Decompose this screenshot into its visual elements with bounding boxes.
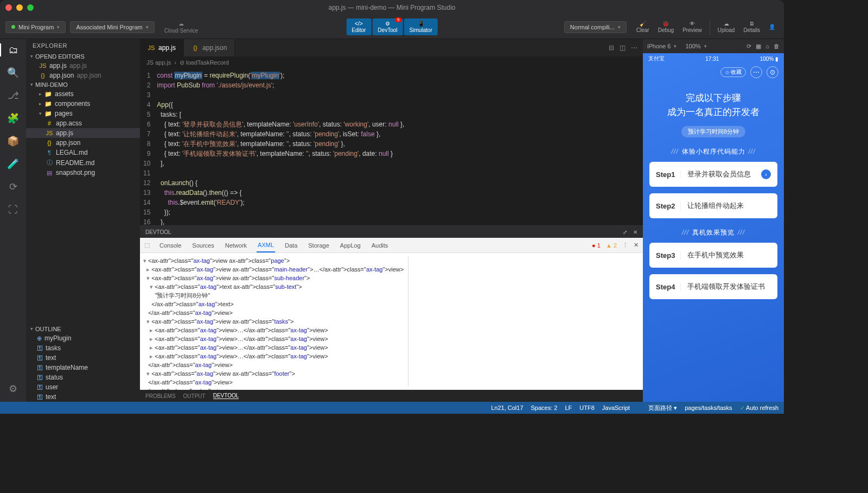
cloud-service-button[interactable]: ☁ Cloud Service bbox=[164, 21, 198, 34]
error-count[interactable]: ● 1 bbox=[592, 242, 601, 249]
open-editors-section[interactable]: OPEND EDITORS bbox=[26, 52, 140, 61]
outline-item[interactable]: ⚿text bbox=[26, 392, 140, 402]
file-item[interactable]: {}app.json bbox=[26, 138, 140, 148]
code-editor[interactable]: 123456789101112131415161718192021222324 … bbox=[140, 68, 643, 225]
bottom-tab-output[interactable]: OUTPUT bbox=[183, 393, 206, 399]
open-file-item[interactable]: {}app.json app.json bbox=[26, 71, 140, 80]
devtool-button[interactable]: ⚙ 5 DevTool bbox=[372, 18, 403, 35]
arrow-right-icon: › bbox=[761, 169, 771, 179]
editor-button[interactable]: </> Editor bbox=[346, 18, 371, 35]
split-icon[interactable]: ◫ bbox=[620, 44, 626, 52]
details-button[interactable]: 🗎Details bbox=[740, 20, 763, 34]
trash-icon[interactable]: 🗑 bbox=[774, 43, 780, 50]
file-item[interactable]: ¶LEGAL.md bbox=[26, 148, 140, 157]
auto-refresh-toggle[interactable]: ✓ Auto refresh bbox=[740, 404, 778, 412]
scan-activity[interactable]: ⛶ bbox=[7, 203, 20, 216]
favorite-button[interactable]: ☆收藏 bbox=[720, 67, 746, 77]
home-icon[interactable]: ⌂ bbox=[765, 43, 769, 50]
devtool-tab-storage[interactable]: Storage bbox=[307, 239, 330, 252]
step-card[interactable]: Step4手机端领取开发体验证书 bbox=[649, 274, 777, 299]
device-selector[interactable]: iPhone 6 ▾ 100% ▾ bbox=[647, 43, 707, 49]
step-card[interactable]: Step2让轮播组件动起来 bbox=[649, 193, 777, 218]
maximize-window[interactable] bbox=[27, 4, 34, 11]
explorer-activity[interactable]: 🗂 bbox=[0, 43, 26, 56]
npm-activity[interactable]: 📦 bbox=[7, 135, 20, 148]
file-item[interactable]: #app.acss bbox=[26, 118, 140, 128]
devtool-tab-axml[interactable]: AXML bbox=[257, 238, 275, 252]
more-button[interactable]: ⋯ bbox=[750, 66, 762, 78]
outline-item[interactable]: ⊕myPlugin bbox=[26, 333, 140, 343]
editor-tab[interactable]: JSapp.js bbox=[140, 39, 184, 56]
grid-icon[interactable]: ▦ bbox=[756, 43, 761, 50]
minimize-window[interactable] bbox=[16, 4, 23, 11]
devtool-tab-network[interactable]: Network bbox=[224, 239, 248, 252]
close-window[interactable] bbox=[5, 4, 12, 11]
folder-item[interactable]: ▸📁components bbox=[26, 99, 140, 109]
route-path[interactable]: pages/tasks/tasks bbox=[685, 404, 732, 411]
indent-info[interactable]: Spaces: 2 bbox=[531, 404, 558, 411]
outline-item[interactable]: ⚿tasks bbox=[26, 343, 140, 353]
title-line1: 完成以下步骤 bbox=[643, 91, 784, 105]
devtool-tab-sources[interactable]: Sources bbox=[191, 239, 215, 252]
encoding-info[interactable]: UTF8 bbox=[579, 404, 595, 411]
folder-item[interactable]: ▾📁pages bbox=[26, 109, 140, 118]
devtool-tab-data[interactable]: Data bbox=[284, 239, 298, 252]
warning-count[interactable]: ▲ 2 bbox=[606, 242, 617, 249]
eol-info[interactable]: LF bbox=[565, 404, 572, 411]
devtool-close-icon[interactable]: ✕ bbox=[634, 242, 639, 249]
axml-tree[interactable]: ▾ <ax-attr">class="ax-tag">view ax-attr"… bbox=[143, 256, 409, 387]
outline-item[interactable]: ⚿status bbox=[26, 372, 140, 382]
user-icon: 👤 bbox=[769, 24, 775, 30]
outline-item[interactable]: ⚿text bbox=[26, 353, 140, 363]
close-icon[interactable]: ✕ bbox=[633, 229, 637, 235]
outline-section[interactable]: OUTLINE bbox=[26, 325, 140, 333]
minimap[interactable] bbox=[621, 68, 643, 225]
step-card[interactable]: Step1登录并获取会员信息› bbox=[649, 162, 777, 187]
language-info[interactable]: JavaScript bbox=[602, 404, 630, 411]
folder-item[interactable]: ▸📁assets bbox=[26, 89, 140, 99]
debug-button[interactable]: 🐞Debug bbox=[655, 20, 677, 34]
settings-activity[interactable]: ⚙ bbox=[7, 382, 20, 395]
refresh-icon[interactable]: ⟳ bbox=[746, 43, 751, 50]
inspect-icon[interactable]: ⬚ bbox=[144, 242, 150, 249]
devtool-tab-audits[interactable]: Audits bbox=[371, 239, 390, 252]
test-activity[interactable]: 🧪 bbox=[7, 157, 20, 170]
devtool-tab-applog[interactable]: AppLog bbox=[339, 239, 362, 252]
close-button[interactable]: ⊙ bbox=[767, 66, 778, 78]
phone-title: 完成以下步骤 成为一名真正的开发者 bbox=[643, 91, 784, 119]
compile-mode-dropdown[interactable]: Normal compili... ▾ bbox=[564, 21, 627, 33]
clear-button[interactable]: 🧹Clear bbox=[633, 20, 653, 34]
step-card[interactable]: Step3在手机中预览效果 bbox=[649, 243, 777, 268]
cursor-position[interactable]: Ln21, Col17 bbox=[491, 404, 523, 411]
code-body[interactable]: const myPlugin = requirePlugin('myPlugin… bbox=[157, 68, 643, 225]
file-item[interactable]: ▤snapshot.png bbox=[26, 168, 140, 178]
editor-tab[interactable]: {}app.json bbox=[184, 39, 235, 56]
mini-program-dropdown[interactable]: Mini Program ▾ bbox=[5, 21, 66, 33]
simulator-button[interactable]: 📱 Simulator bbox=[404, 18, 438, 35]
source-control-activity[interactable]: ⎇ bbox=[7, 89, 20, 102]
more-icon[interactable]: ⋯ bbox=[631, 44, 637, 52]
outline-item[interactable]: ⚿templateName bbox=[26, 363, 140, 372]
outline-item[interactable]: ⚿user bbox=[26, 382, 140, 392]
associated-dropdown[interactable]: Associated Mini Program ▾ bbox=[70, 21, 154, 33]
breadcrumb[interactable]: JS app.js › ⊘ loadTaskRecord bbox=[140, 56, 643, 68]
refresh-activity[interactable]: ⟳ bbox=[7, 180, 20, 193]
compare-icon[interactable]: ⊟ bbox=[609, 44, 614, 52]
bottom-tab-devtool[interactable]: DEVTOOL bbox=[213, 393, 239, 399]
preview-button[interactable]: 👁Preview bbox=[679, 20, 705, 34]
phone-icon: 📱 bbox=[418, 21, 424, 27]
search-activity[interactable]: 🔍 bbox=[7, 66, 20, 79]
route-label[interactable]: 页面路径 ▾ bbox=[648, 404, 677, 412]
upload-button[interactable]: ☁Upload bbox=[714, 20, 738, 34]
maximize-icon[interactable]: ⤢ bbox=[623, 229, 627, 235]
project-section[interactable]: MINI-DEMO bbox=[26, 80, 140, 89]
extensions-activity[interactable]: 🧩 bbox=[7, 112, 20, 125]
user-button[interactable]: 👤 bbox=[765, 23, 778, 31]
open-file-item[interactable]: JSapp.js app.js bbox=[26, 61, 140, 71]
bottom-tab-problems[interactable]: PROBLEMS bbox=[145, 393, 176, 399]
file-item[interactable]: JSapp.js bbox=[26, 128, 140, 138]
devtool-more-icon[interactable]: ⋮ bbox=[622, 242, 628, 249]
phone-preview[interactable]: 支付宝 17:31 100% ▮ ☆收藏 ⋯ ⊙ 完成以下步骤 成为一名真正的开… bbox=[643, 53, 784, 402]
file-item[interactable]: ⓘREADME.md bbox=[26, 157, 140, 168]
devtool-tab-console[interactable]: Console bbox=[158, 239, 182, 252]
